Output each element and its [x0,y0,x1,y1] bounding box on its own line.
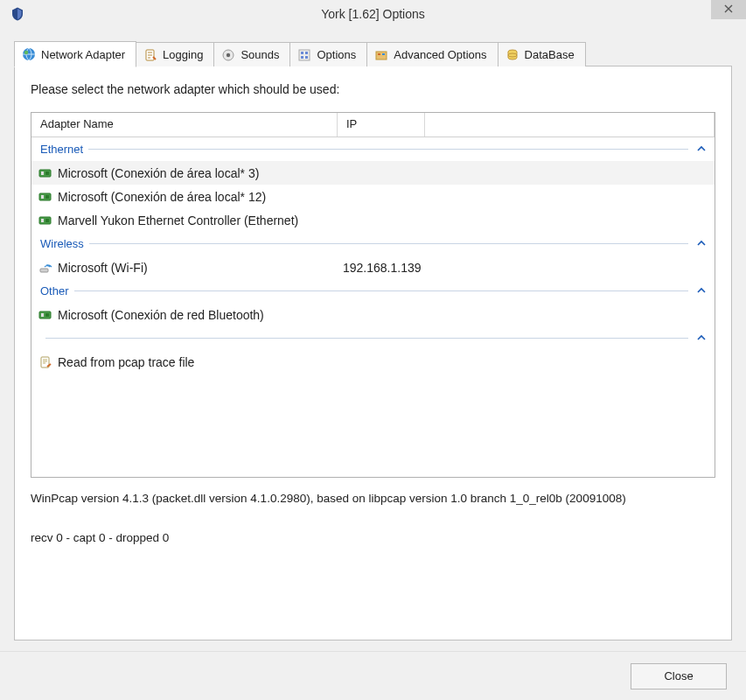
tab-label: Network Adapter [41,48,125,61]
group-divider [45,338,688,339]
svg-rect-23 [45,219,49,222]
svg-rect-10 [376,52,387,60]
adapter-name: Microsoft (Conexión de área local* 12) [54,190,338,204]
button-label: Close [664,669,693,682]
tab-label: Logging [163,48,203,61]
adapter-name: Microsoft (Conexión de red Bluetooth) [54,308,338,322]
svg-rect-24 [40,269,48,272]
adapter-row[interactable]: Microsoft (Conexión de área local* 3) [31,161,715,185]
svg-rect-25 [39,312,51,318]
options-icon [297,48,311,62]
svg-rect-20 [45,195,49,199]
nic-icon [37,309,54,321]
tab-options[interactable]: Options [289,42,367,66]
adapter-name: Microsoft (Wi-Fi) [54,261,338,275]
svg-rect-26 [41,313,44,317]
tab-panel: Please select the network adapter which … [14,66,732,640]
tab-label: Advanced Options [394,48,486,61]
group-label: Ethernet [40,143,88,156]
group-header-unnamed[interactable] [31,326,715,350]
titlebar: York [1.62] Options [0,0,746,28]
group-label: Wireless [40,237,89,250]
tab-network-adapter[interactable]: Network Adapter [14,41,136,67]
chevron-up-icon [688,144,706,155]
adapter-row[interactable]: Read from pcap trace file [31,350,715,374]
instruction-text: Please select the network adapter which … [31,82,715,96]
tab-advanced-options[interactable]: Advanced Options [366,42,498,66]
svg-rect-27 [45,313,49,317]
adapter-list: Adapter Name IP Ethernet Microso [31,112,715,478]
svg-rect-6 [301,52,303,54]
group-divider [89,243,688,244]
group-divider [88,149,688,150]
svg-point-4 [227,52,230,56]
svg-point-1 [24,51,28,54]
svg-rect-12 [382,53,385,55]
svg-rect-16 [41,172,44,175]
svg-rect-8 [301,56,303,59]
nic-icon [37,167,54,179]
adapter-row[interactable]: Microsoft (Wi-Fi) 192.168.1.139 [31,256,715,279]
svg-rect-21 [39,217,51,224]
wifi-icon [37,262,54,274]
svg-rect-17 [45,172,49,175]
group-header-other[interactable]: Other [31,279,715,303]
adapter-row[interactable]: Microsoft (Conexión de red Bluetooth) [31,303,715,326]
adapter-ip: 192.168.1.139 [338,261,422,275]
svg-rect-15 [39,170,51,177]
tab-label: Sounds [241,48,279,61]
capture-stats-text: recv 0 - capt 0 - dropped 0 [31,531,715,544]
database-icon [505,48,519,62]
svg-rect-19 [41,195,44,199]
column-header-empty [425,113,715,136]
svg-rect-5 [299,50,310,60]
group-label: Other [40,284,74,298]
adapter-list-header: Adapter Name IP [31,113,715,137]
svg-rect-9 [305,56,308,59]
group-header-ethernet[interactable]: Ethernet [31,137,715,161]
window-title: York [1.62] Options [0,7,746,21]
close-icon [724,4,733,16]
column-header-name[interactable]: Adapter Name [31,113,338,136]
svg-rect-11 [378,53,380,55]
tab-strip: Network Adapter Logging Sounds Options [14,40,732,66]
button-bar: Close [0,651,746,700]
app-icon [9,5,26,23]
chevron-up-icon [688,239,706,249]
adapter-name: Read from pcap trace file [54,355,338,369]
log-icon [143,48,157,62]
adapter-name: Microsoft (Conexión de área local* 3) [54,166,338,180]
tab-sounds[interactable]: Sounds [213,42,290,66]
content-area: Network Adapter Logging Sounds Options [0,28,746,651]
nic-icon [37,191,54,203]
options-window: York [1.62] Options Network Adapter Logg… [0,0,746,700]
svg-rect-22 [41,219,44,222]
file-icon [37,356,54,368]
svg-rect-7 [305,52,308,54]
tab-logging[interactable]: Logging [136,42,214,66]
close-button[interactable]: Close [631,663,727,690]
advanced-icon [374,48,388,62]
adapter-name: Marvell Yukon Ethernet Controller (Ether… [54,214,338,228]
column-header-ip[interactable]: IP [338,113,425,136]
svg-rect-18 [39,193,51,200]
chevron-up-icon [688,333,706,344]
adapter-row[interactable]: Marvell Yukon Ethernet Controller (Ether… [31,208,715,232]
tab-label: DataBase [525,48,575,61]
winpcap-version-text: WinPcap version 4.1.3 (packet.dll versio… [31,492,715,505]
nic-icon [37,214,54,227]
tab-database[interactable]: DataBase [498,42,586,66]
globe-icon [22,47,36,61]
chevron-up-icon [688,286,706,297]
group-header-wireless[interactable]: Wireless [31,232,715,256]
adapter-row[interactable]: Microsoft (Conexión de área local* 12) [31,185,715,208]
tab-label: Options [317,48,356,61]
window-close-button[interactable] [711,0,746,19]
sound-icon [221,48,235,62]
group-divider [74,290,688,291]
